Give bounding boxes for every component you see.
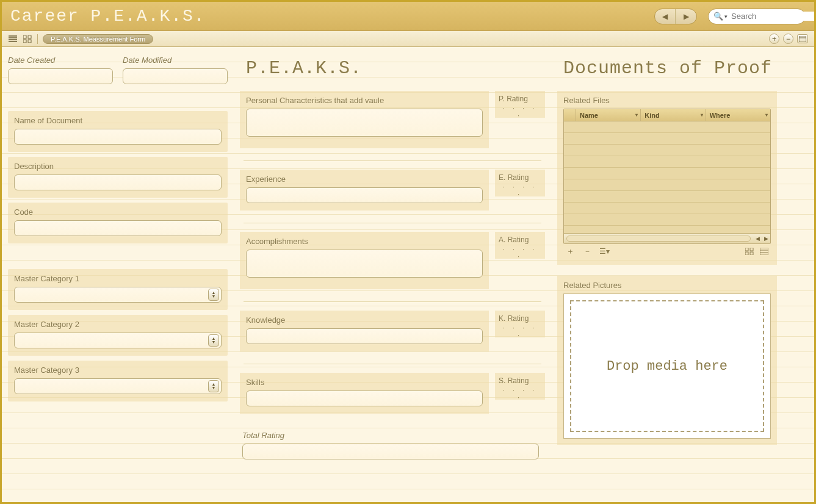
- stepper-icon[interactable]: ▲▼: [208, 289, 219, 301]
- rating-dots[interactable]: · · · · ·: [499, 183, 541, 198]
- content: Date Created Date Modified Name of Docum…: [2, 47, 814, 502]
- divider: [244, 223, 541, 223]
- title-bar: Career P.E.A.K.S. ◀ ▶ 🔍 ▾: [2, 2, 814, 31]
- media-dropzone[interactable]: Drop media here: [563, 293, 771, 439]
- svg-rect-0: [23, 35, 26, 38]
- date-created-input[interactable]: [8, 68, 113, 84]
- add-file-button[interactable]: ＋: [565, 247, 576, 256]
- search-input[interactable]: [731, 12, 816, 21]
- files-col-name[interactable]: Name▾: [576, 109, 641, 121]
- layout-button[interactable]: [797, 34, 808, 43]
- peaks-heading: P.E.A.K.S.: [246, 58, 545, 79]
- files-label: Related Files: [563, 96, 771, 105]
- list-view-small-icon[interactable]: [759, 247, 770, 256]
- svg-rect-1: [28, 35, 31, 38]
- sort-icon: ▾: [701, 112, 703, 118]
- add-record-button[interactable]: +: [769, 34, 779, 44]
- a-label: Accomplishments: [246, 237, 483, 246]
- right-column: Documents of Proof Related Files Name▾ K…: [557, 56, 777, 494]
- nav-pill: ◀ ▶: [654, 9, 697, 24]
- files-col-blank: [564, 109, 576, 121]
- stepper-icon[interactable]: ▲▼: [208, 334, 219, 347]
- svg-rect-3: [28, 40, 31, 43]
- mc1-block: Master Category 1 ▲▼: [8, 269, 228, 310]
- k-input[interactable]: [246, 328, 483, 344]
- mc2-block: Master Category 2 ▲▼: [8, 315, 228, 356]
- mc2-select[interactable]: [14, 333, 222, 348]
- name-block: Name of Document: [8, 111, 228, 152]
- e-label: Experience: [246, 175, 483, 184]
- description-input[interactable]: [14, 175, 222, 190]
- svg-rect-10: [760, 248, 768, 255]
- k-block: Knowledge: [240, 311, 489, 351]
- rating-dots[interactable]: · · · · ·: [499, 386, 541, 401]
- table-row[interactable]: [564, 179, 770, 191]
- table-row[interactable]: [564, 133, 770, 145]
- table-row[interactable]: [564, 214, 770, 226]
- date-modified-input[interactable]: [123, 68, 228, 84]
- svg-rect-6: [745, 248, 748, 251]
- rating-dots[interactable]: · · · · ·: [499, 245, 541, 260]
- k-rating-label: K. Rating: [499, 314, 541, 323]
- total-block: Total Rating: [240, 426, 545, 494]
- svg-rect-4: [799, 36, 806, 42]
- pictures-label: Related Pictures: [563, 281, 771, 290]
- remove-record-button[interactable]: −: [783, 34, 793, 44]
- e-rating-block: E. Rating · · · · ·: [495, 170, 545, 196]
- e-input[interactable]: [246, 187, 483, 203]
- app-title: Career P.E.A.K.S.: [10, 7, 654, 26]
- s-input[interactable]: [246, 391, 483, 406]
- a-input[interactable]: [246, 250, 483, 278]
- total-label: Total Rating: [242, 431, 539, 440]
- table-row[interactable]: [564, 121, 770, 133]
- mc3-block: Master Category 3 ▲▼: [8, 361, 228, 401]
- files-header: Name▾ Kind▾ Where▾: [564, 109, 770, 121]
- table-row[interactable]: [564, 191, 770, 203]
- rating-dots[interactable]: · · · · ·: [499, 104, 541, 119]
- mc1-select[interactable]: [14, 287, 222, 303]
- svg-rect-7: [750, 248, 753, 251]
- s-rating-block: S. Rating · · · · ·: [495, 373, 545, 400]
- table-row[interactable]: [564, 156, 770, 168]
- toolbar-right: + −: [769, 34, 808, 44]
- scroll-right-icon[interactable]: ▶: [762, 236, 770, 242]
- nav-back-button[interactable]: ◀: [655, 9, 676, 24]
- chevron-down-icon: ▾: [724, 13, 728, 20]
- toolbar-separator: [37, 34, 38, 44]
- a-rating-label: A. Rating: [499, 236, 541, 244]
- list-view-icon[interactable]: [8, 35, 18, 43]
- files-col-kind[interactable]: Kind▾: [641, 109, 706, 121]
- breadcrumb[interactable]: P.E.A.K.S. Meassurement Form: [43, 34, 153, 44]
- p-rating-block: P. Rating · · · · ·: [495, 91, 545, 118]
- rating-dots[interactable]: · · · · ·: [499, 324, 541, 339]
- e-rating-label: E. Rating: [499, 173, 541, 182]
- total-input[interactable]: [242, 444, 539, 459]
- name-input[interactable]: [14, 129, 222, 145]
- scroll-track[interactable]: [566, 236, 751, 242]
- p-input[interactable]: [246, 109, 483, 137]
- files-body[interactable]: [564, 121, 770, 233]
- files-col-where[interactable]: Where▾: [706, 109, 770, 121]
- table-row[interactable]: [564, 145, 770, 156]
- pictures-panel: Related Pictures Drop media here: [557, 276, 777, 445]
- mc1-label: Master Category 1: [14, 274, 222, 283]
- table-row[interactable]: [564, 168, 770, 179]
- code-block: Code: [8, 203, 228, 243]
- table-row[interactable]: [564, 203, 770, 214]
- stepper-icon[interactable]: ▲▼: [208, 380, 219, 392]
- search-wrap[interactable]: 🔍 ▾: [708, 9, 806, 24]
- sort-icon: ▾: [635, 112, 638, 118]
- remove-file-button[interactable]: －: [582, 247, 593, 256]
- action-menu-button[interactable]: ☰▾: [599, 247, 610, 256]
- mc3-label: Master Category 3: [14, 365, 222, 375]
- grid-view-small-icon[interactable]: [744, 247, 755, 256]
- code-input[interactable]: [14, 220, 222, 236]
- grid-view-icon[interactable]: [23, 35, 32, 43]
- k-rating-block: K. Rating · · · · ·: [495, 311, 545, 337]
- drop-text: Drop media here: [570, 300, 764, 432]
- p-rating-label: P. Rating: [499, 95, 541, 103]
- scroll-left-icon[interactable]: ◀: [753, 236, 762, 242]
- nav-forward-button[interactable]: ▶: [676, 9, 696, 24]
- files-scrollbar[interactable]: ◀ ▶: [564, 233, 770, 243]
- mc3-select[interactable]: [14, 378, 222, 394]
